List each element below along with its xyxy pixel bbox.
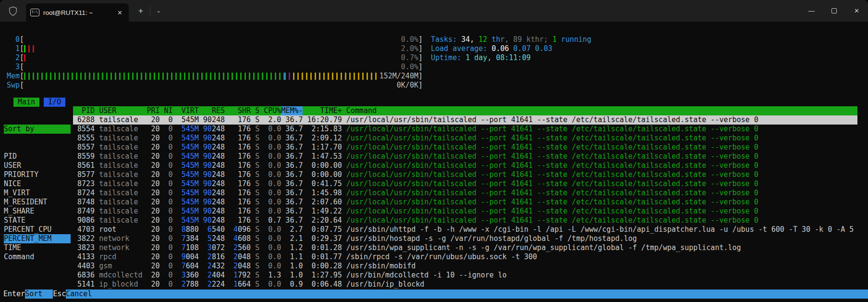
minimize-button[interactable]: — (800, 0, 823, 22)
footer-key-enter[interactable]: Enter (3, 289, 25, 299)
process-row-4133[interactable]: 4133rpcd200900428162048S0.01.10:01.77/sb… (73, 252, 857, 262)
sort-item-m_share[interactable]: M_SHARE (4, 207, 71, 216)
process-row-4403[interactable]: 4403gsm200760424322048S0.01.00:00.28/usr… (73, 262, 857, 271)
process-row-8748[interactable]: 8748tailscale200545M90248176S0.036.72:07… (73, 198, 857, 207)
column-header-virt[interactable]: VIRT (173, 106, 199, 115)
tasks-line: Tasks: 34, 12 thr, 89 kthr; 1 running (431, 35, 591, 44)
footer-action-sort[interactable]: Sort (25, 289, 53, 299)
load-average-line: Load average: 0.06 0.07 0.03 (431, 44, 591, 53)
process-row-9086[interactable]: 9086tailscale200545M90248176S0.736.72:20… (73, 216, 857, 225)
column-header-cmd[interactable]: Command (346, 106, 857, 115)
footer-action-cancel[interactable]: Cancel (66, 289, 868, 299)
cpu-meter-2: 2[0.7%] (4, 53, 423, 63)
process-row-8723[interactable]: 8723tailscale200545M90248176S0.036.70:41… (73, 179, 857, 189)
sort-item-percent_mem[interactable]: PERCENT_MEM (4, 234, 71, 243)
cpu-meter-0: 0[0.0%] (4, 35, 423, 44)
process-row-5141[interactable]: 5141ip_blockd200278822241664S0.00.90:06.… (73, 280, 857, 289)
column-header-mem[interactable]: MEM%- (281, 106, 303, 115)
terminal-content: 0[0.0%]1[2.0%]2[0.7%]3[0.0%]Mem[152M/240… (0, 22, 868, 302)
sort-item-user[interactable]: USER (4, 161, 71, 170)
panel-tabs: Main I/O (13, 98, 65, 107)
process-row-6288[interactable]: 6288tailscale200545M90248176S2.036.716:2… (73, 115, 857, 125)
sort-item-pid[interactable]: PID (4, 152, 71, 161)
system-meters: 0[0.0%]1[2.0%]2[0.7%]3[0.0%]Mem[152M/240… (4, 35, 423, 90)
process-row-3822[interactable]: 3822network200738452484608S0.02.10:29.37… (73, 234, 857, 243)
process-row-8749[interactable]: 8749tailscale200545M90248176S0.036.71:49… (73, 207, 857, 216)
process-row-8724[interactable]: 8724tailscale200545M90248176S0.036.71:45… (73, 189, 857, 198)
cmd-icon: C:\ (30, 9, 39, 16)
uptime-line: Uptime: 1 day, 08:11:09 (431, 53, 591, 63)
table-header-row: PIDUSERPRINIVIRTRESSHRSCPU%MEM%-TIME+Com… (73, 106, 857, 115)
function-bar: EnterSortEscCancel (0, 289, 868, 299)
admin-shield-icon (0, 0, 26, 22)
column-header-ni[interactable]: NI (160, 106, 173, 115)
column-header-shr[interactable]: SHR (225, 106, 251, 115)
sort-item-m_resident[interactable]: M_RESIDENT (4, 198, 71, 207)
tab-main[interactable]: Main (13, 98, 39, 107)
column-header-s[interactable]: S (251, 106, 259, 115)
column-header-time[interactable]: TIME+ (303, 106, 342, 115)
mem-meter: Mem[152M/240M] (4, 72, 423, 81)
terminal-tab[interactable]: C:\ root@RUTX11: ~ ✕ (26, 3, 129, 22)
process-row-6836[interactable]: 6836mdcollectd200336024041792S1.31.01:27… (73, 271, 857, 280)
tab-close-icon[interactable]: ✕ (115, 8, 124, 17)
column-header-pri[interactable]: PRI (142, 106, 159, 115)
swap-meter: Swp[0K/0K] (4, 81, 423, 90)
sort-item-nice[interactable]: NICE (4, 179, 71, 189)
footer-key-esc[interactable]: Esc (53, 289, 66, 299)
sort-item-m_virt[interactable]: M_VIRT (4, 189, 71, 198)
column-header-user[interactable]: USER (99, 106, 142, 115)
column-header-res[interactable]: RES (199, 106, 225, 115)
sort-item-priority[interactable]: PRIORITY (4, 170, 71, 179)
terminal-window: C:\ root@RUTX11: ~ ✕ + ⌄ — ✕ 0[0.0%]1[2.… (0, 0, 868, 302)
column-header-pid[interactable]: PID (73, 106, 95, 115)
sort-item-state[interactable]: STATE (4, 216, 71, 225)
sort-panel: Sort by PIDUSERPRIORITYNICEM_VIRTM_RESID… (4, 106, 71, 280)
sort-item-time[interactable]: TIME (4, 243, 71, 252)
process-row-3823[interactable]: 3823network200710830722560S0.01.20:01.28… (73, 243, 857, 252)
system-info: Tasks: 34, 12 thr, 89 kthr; 1 runningLoa… (431, 35, 591, 63)
process-row-8557[interactable]: 8557tailscale200545M90248176S0.036.71:17… (73, 143, 857, 152)
close-button[interactable]: ✕ (845, 0, 868, 22)
column-header-cpu[interactable]: CPU% (259, 106, 281, 115)
cpu-meter-1: 1[2.0%] (4, 44, 423, 53)
tab-separator (150, 7, 150, 15)
tab-title: root@RUTX11: ~ (43, 9, 111, 16)
process-row-4703[interactable]: 4703root200888065404096S0.02.70:07.75/us… (73, 225, 857, 234)
process-table: PIDUSERPRINIVIRTRESSHRSCPU%MEM%-TIME+Com… (73, 106, 857, 289)
sort-item-percent_cpu[interactable]: PERCENT_CPU (4, 225, 71, 234)
titlebar: C:\ root@RUTX11: ~ ✕ + ⌄ — ✕ (0, 0, 868, 22)
process-row-8561[interactable]: 8561tailscale200545M90248176S0.036.70:00… (73, 161, 857, 170)
sort-item-command[interactable]: Command (4, 252, 71, 262)
maximize-icon (831, 8, 837, 13)
tab-io[interactable]: I/O (44, 98, 65, 107)
new-tab-button[interactable]: + (133, 0, 149, 22)
maximize-button[interactable] (823, 0, 845, 22)
process-row-8555[interactable]: 8555tailscale200545M90248176S0.036.72:09… (73, 134, 857, 143)
tab-dropdown-button[interactable]: ⌄ (151, 0, 166, 22)
process-row-8559[interactable]: 8559tailscale200545M90248176S0.036.71:47… (73, 152, 857, 161)
sort-by-header: Sort by (4, 125, 71, 134)
process-row-8554[interactable]: 8554tailscale200545M90248176S0.036.72:15… (73, 125, 857, 134)
process-row-8577[interactable]: 8577tailscale200545M90248176S0.036.70:00… (73, 170, 857, 179)
cpu-meter-3: 3[0.0%] (4, 63, 423, 72)
